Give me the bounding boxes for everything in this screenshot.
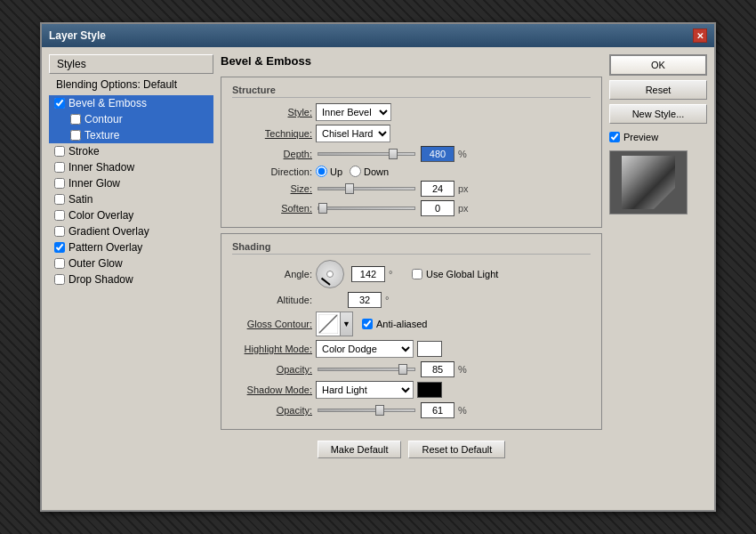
gloss-contour-row: Gloss Contour: ▼ Anti-a	[232, 312, 591, 336]
contour-dropdown-arrow[interactable]: ▼	[341, 312, 353, 336]
depth-slider[interactable]	[318, 152, 415, 156]
list-item-satin[interactable]: Satin	[49, 191, 213, 207]
list-item-gradient-overlay[interactable]: Gradient Overlay	[49, 223, 213, 239]
highlight-mode-row: Highlight Mode: Color Dodge Normal Hard …	[232, 340, 591, 358]
highlight-mode-select[interactable]: Color Dodge Normal Hard Light	[316, 340, 414, 358]
soften-thumb[interactable]	[318, 203, 327, 214]
checkbox-drop-shadow[interactable]	[54, 274, 65, 285]
angle-unit: °	[389, 269, 403, 279]
angle-dial[interactable]	[316, 260, 344, 288]
shadow-opacity-slider[interactable]	[318, 409, 415, 412]
preview-checkbox[interactable]	[609, 132, 620, 142]
reset-default-button[interactable]: Reset to Default	[408, 441, 505, 458]
direction-up-radio[interactable]	[316, 166, 327, 177]
angle-inner-dot	[326, 271, 334, 278]
preview-label: Preview	[623, 132, 658, 142]
global-light-label: Use Global Light	[426, 269, 498, 279]
list-item-color-overlay[interactable]: Color Overlay	[49, 207, 213, 223]
section-title: Bevel & Emboss	[221, 54, 602, 68]
depth-thumb[interactable]	[389, 149, 398, 159]
checkbox-color-overlay[interactable]	[54, 210, 65, 221]
layer-effects-list: Bevel & Emboss Contour Texture Stroke In…	[49, 95, 213, 287]
new-style-button[interactable]: New Style...	[609, 104, 707, 124]
direction-radios: Up Down	[316, 166, 389, 177]
depth-row: Depth: %	[232, 146, 591, 162]
angle-input[interactable]	[351, 266, 385, 282]
style-select[interactable]: Inner Bevel Outer Bevel Emboss	[316, 103, 391, 121]
checkbox-bevel-emboss[interactable]	[54, 98, 65, 109]
highlight-opacity-input[interactable]	[421, 361, 454, 377]
size-unit: px	[458, 183, 472, 194]
highlight-opacity-slider[interactable]	[318, 368, 415, 371]
shadow-mode-label: Shadow Mode:	[232, 384, 312, 395]
technique-row: Technique: Chisel Hard Smooth Chisel Sof…	[232, 125, 591, 142]
blending-options-item[interactable]: Blending Options: Default	[49, 76, 213, 93]
make-default-button[interactable]: Make Default	[318, 441, 402, 458]
size-slider[interactable]	[318, 187, 415, 190]
reset-button[interactable]: Reset	[609, 80, 707, 100]
checkbox-inner-glow[interactable]	[54, 178, 65, 189]
preview-row: Preview	[609, 132, 707, 142]
soften-input[interactable]	[421, 200, 454, 216]
shadow-opacity-thumb[interactable]	[375, 405, 384, 416]
direction-down-label: Down	[350, 166, 389, 177]
shadow-color-swatch[interactable]	[417, 382, 442, 398]
right-panel: OK Reset New Style... Preview	[609, 54, 707, 503]
anti-aliased-checkbox[interactable]	[362, 319, 373, 329]
highlight-opacity-label: Opacity:	[232, 364, 312, 375]
direction-row: Direction: Up Down	[232, 166, 591, 177]
shadow-mode-select[interactable]: Hard Light Normal Multiply	[316, 381, 414, 399]
list-item-outer-glow[interactable]: Outer Glow	[49, 255, 213, 271]
styles-button[interactable]: Styles	[49, 54, 213, 74]
size-thumb[interactable]	[345, 183, 354, 194]
checkbox-pattern-overlay[interactable]	[54, 242, 65, 253]
contour-svg	[318, 314, 338, 334]
altitude-unit: °	[385, 295, 399, 305]
checkbox-satin[interactable]	[54, 194, 65, 205]
highlight-opacity-thumb[interactable]	[398, 364, 407, 375]
altitude-row: Altitude: °	[232, 292, 591, 308]
list-item-drop-shadow[interactable]: Drop Shadow	[49, 271, 213, 287]
checkbox-stroke[interactable]	[54, 146, 65, 157]
list-item-pattern-overlay[interactable]: Pattern Overlay	[49, 239, 213, 255]
direction-down-radio[interactable]	[350, 166, 361, 177]
title-bar: Layer Style ✕	[42, 24, 714, 47]
shadow-opacity-input[interactable]	[421, 402, 454, 418]
ok-button[interactable]: OK	[609, 54, 707, 76]
shadow-opacity-label: Opacity:	[232, 405, 312, 416]
structure-section: Structure Style: Inner Bevel Outer Bevel…	[221, 77, 602, 228]
list-item-bevel-emboss[interactable]: Bevel & Emboss	[49, 95, 213, 111]
list-item-texture[interactable]: Texture	[49, 127, 213, 143]
list-item-stroke[interactable]: Stroke	[49, 143, 213, 159]
contour-preview[interactable]	[316, 312, 341, 336]
list-item-inner-shadow[interactable]: Inner Shadow	[49, 159, 213, 175]
altitude-label: Altitude:	[232, 295, 312, 305]
altitude-input[interactable]	[348, 292, 382, 308]
shading-section: Shading Angle: ° Use Global Light	[221, 233, 602, 430]
global-light-checkbox[interactable]	[412, 269, 422, 279]
preview-box	[609, 150, 688, 214]
highlight-color-swatch[interactable]	[417, 341, 442, 357]
checkbox-contour[interactable]	[70, 114, 81, 125]
highlight-opacity-unit: %	[458, 364, 472, 375]
list-item-contour[interactable]: Contour	[49, 111, 213, 127]
depth-label: Depth:	[232, 149, 312, 159]
style-row: Style: Inner Bevel Outer Bevel Emboss	[232, 103, 591, 121]
depth-input[interactable]	[421, 146, 454, 162]
checkbox-outer-glow[interactable]	[54, 258, 65, 269]
dialog-body: Styles Blending Options: Default Bevel &…	[42, 47, 714, 510]
preview-shape	[622, 156, 675, 209]
checkbox-texture[interactable]	[70, 130, 81, 141]
checkbox-inner-shadow[interactable]	[54, 162, 65, 173]
checkbox-gradient-overlay[interactable]	[54, 226, 65, 237]
anti-aliased-row: Anti-aliased	[362, 319, 427, 329]
style-label: Style:	[232, 107, 312, 117]
technique-label: Technique:	[232, 128, 312, 139]
list-item-inner-glow[interactable]: Inner Glow	[49, 175, 213, 191]
soften-slider[interactable]	[318, 206, 415, 210]
size-input[interactable]	[421, 181, 454, 197]
direction-up-label: Up	[316, 166, 342, 177]
close-button[interactable]: ✕	[693, 28, 707, 43]
structure-title: Structure	[232, 85, 591, 98]
technique-select[interactable]: Chisel Hard Smooth Chisel Soft	[316, 125, 390, 142]
